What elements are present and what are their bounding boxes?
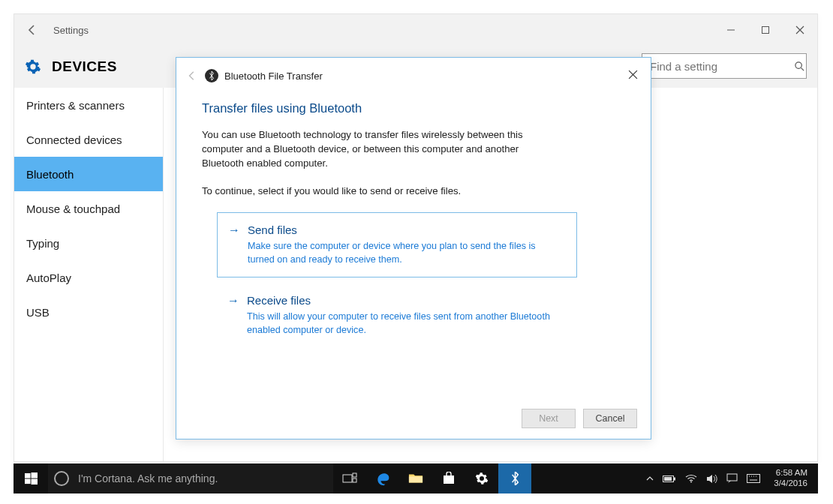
taskbar-clock[interactable]: 6:58 AM 3/4/2016 <box>769 468 812 489</box>
svg-point-2 <box>795 62 801 68</box>
minimize-icon <box>726 26 735 34</box>
taskbar: I'm Cortana. Ask me anything. <box>14 464 818 494</box>
svg-rect-18 <box>747 475 760 483</box>
sidebar-item-printers[interactable]: Printers & scanners <box>14 88 163 122</box>
option-send-files[interactable]: → Send files Make sure the computer or d… <box>217 212 577 278</box>
arrow-left-icon <box>187 70 197 81</box>
sidebar-item-connected-devices[interactable]: Connected devices <box>14 122 163 157</box>
window-title: Settings <box>50 25 714 36</box>
search-box[interactable] <box>642 53 807 79</box>
svg-rect-5 <box>31 472 38 478</box>
option-receive-files[interactable]: → Receive files This will allow your com… <box>217 284 577 348</box>
wifi-icon[interactable] <box>685 474 697 483</box>
sidebar-item-bluetooth[interactable]: Bluetooth <box>14 157 163 191</box>
cortana-search[interactable]: I'm Cortana. Ask me anything. <box>48 464 333 494</box>
windows-icon <box>25 472 38 485</box>
wizard-title: Bluetooth File Transfer <box>224 70 323 82</box>
store-icon <box>442 472 456 485</box>
volume-icon[interactable] <box>706 474 717 484</box>
svg-rect-6 <box>25 478 31 484</box>
taskbar-app-explorer[interactable] <box>399 464 432 494</box>
battery-icon[interactable] <box>663 475 676 483</box>
maximize-icon <box>761 26 770 34</box>
task-view-icon <box>342 472 357 484</box>
bluetooth-wizard: Bluetooth File Transfer Transfer files u… <box>176 57 651 440</box>
arrow-right-icon: → <box>227 294 239 338</box>
svg-rect-10 <box>353 478 356 482</box>
maximize-button[interactable] <box>748 14 783 46</box>
bluetooth-icon <box>205 69 218 82</box>
svg-rect-15 <box>664 477 672 481</box>
sidebar-item-typing[interactable]: Typing <box>14 226 163 260</box>
gear-icon <box>25 58 41 75</box>
close-icon <box>628 70 638 80</box>
svg-rect-1 <box>762 27 769 34</box>
edge-icon <box>375 471 390 486</box>
cancel-button[interactable]: Cancel <box>583 409 637 428</box>
option-description: This will allow your computer to receive… <box>247 310 564 338</box>
close-icon <box>795 26 804 34</box>
svg-rect-11 <box>409 476 423 482</box>
back-button[interactable] <box>14 14 50 46</box>
gear-icon <box>475 472 489 485</box>
task-view-button[interactable] <box>333 464 366 494</box>
sidebar-item-mouse-touchpad[interactable]: Mouse & touchpad <box>14 191 163 226</box>
wizard-prompt-text: To continue, select if you would like to… <box>202 184 562 198</box>
cortana-icon <box>54 471 69 486</box>
folder-icon <box>408 472 423 484</box>
clock-date: 3/4/2016 <box>774 478 807 489</box>
wizard-close-button[interactable] <box>619 62 646 86</box>
svg-rect-4 <box>25 472 31 478</box>
cortana-placeholder: I'm Cortana. Ask me anything. <box>78 472 218 484</box>
wizard-back-button[interactable] <box>182 66 202 86</box>
keyboard-icon[interactable] <box>747 474 760 483</box>
svg-rect-9 <box>353 473 356 477</box>
sidebar-item-usb[interactable]: USB <box>14 295 163 329</box>
taskbar-app-store[interactable] <box>432 464 465 494</box>
option-title: Receive files <box>247 294 564 307</box>
search-icon <box>794 61 805 72</box>
bluetooth-icon <box>510 472 520 485</box>
svg-point-16 <box>690 482 692 483</box>
settings-sidebar: Printers & scanners Connected devices Bl… <box>14 88 163 461</box>
next-button[interactable]: Next <box>522 409 576 428</box>
clock-time: 6:58 AM <box>774 468 807 478</box>
action-center-icon[interactable] <box>726 473 738 484</box>
arrow-right-icon: → <box>228 224 240 267</box>
svg-rect-14 <box>674 477 675 480</box>
start-button[interactable] <box>14 464 48 494</box>
taskbar-app-bluetooth[interactable] <box>498 464 531 494</box>
svg-rect-17 <box>727 474 737 481</box>
wizard-titlebar: Bluetooth File Transfer <box>176 58 651 94</box>
option-title: Send files <box>248 224 563 236</box>
system-tray: 6:58 AM 3/4/2016 <box>646 468 818 489</box>
svg-rect-7 <box>31 478 38 484</box>
wizard-intro-text: You can use Bluetooth technology to tran… <box>202 128 562 170</box>
minimize-button[interactable] <box>714 14 748 46</box>
taskbar-app-settings[interactable] <box>465 464 498 494</box>
page-heading: DEVICES <box>52 58 117 75</box>
sidebar-item-autoplay[interactable]: AutoPlay <box>14 260 163 295</box>
svg-rect-8 <box>343 475 352 482</box>
arrow-left-icon <box>26 24 38 36</box>
svg-line-3 <box>801 68 804 70</box>
wizard-heading: Transfer files using Bluetooth <box>202 101 625 116</box>
search-input[interactable] <box>648 59 794 74</box>
option-description: Make sure the computer or device where y… <box>248 239 563 267</box>
svg-rect-12 <box>444 476 454 484</box>
tray-overflow-icon[interactable] <box>646 475 654 482</box>
taskbar-app-edge[interactable] <box>366 464 399 494</box>
settings-titlebar: Settings <box>14 14 817 46</box>
close-button[interactable] <box>783 14 817 46</box>
